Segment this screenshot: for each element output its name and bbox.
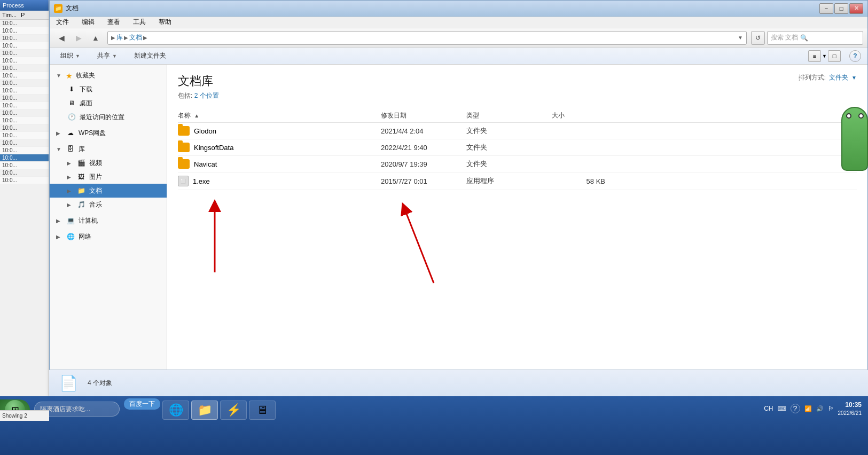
up-button[interactable]: ▲ — [88, 30, 103, 45]
menu-view[interactable]: 查看 — [105, 17, 122, 28]
favorites-expander[interactable]: ▼ — [56, 73, 62, 79]
nav-downloads[interactable]: ⬇ 下载 — [50, 82, 167, 96]
tray-lang[interactable]: CH — [764, 405, 773, 412]
file-row-glodon[interactable]: Glodon 2021/4/4 2:04 文件夹 — [178, 123, 857, 139]
menu-file[interactable]: 文件 — [54, 17, 71, 28]
nav-pictures-label: 图片 — [89, 172, 160, 182]
back-button[interactable]: ◀ — [54, 30, 69, 45]
file-type: 文件夹 — [466, 126, 552, 136]
menu-tools[interactable]: 工具 — [131, 17, 148, 28]
network-icon: 🌐 — [66, 232, 75, 241]
help-button[interactable]: ? — [849, 50, 861, 62]
computer-expander[interactable]: ▶ — [56, 218, 62, 224]
breadcrumb-library[interactable]: 库 — [116, 33, 123, 42]
library-expander[interactable]: ▼ — [56, 146, 62, 152]
process-row: 10:0... — [0, 72, 49, 80]
nav-wps-section: ▶ ☁ WPS网盘 — [50, 126, 167, 140]
view-dropdown-arrow[interactable]: ▼ — [822, 53, 827, 59]
file-row-1exe[interactable]: ⬜ 1.exe 2015/7/27 0:01 应用程序 58 KB — [178, 172, 857, 190]
address-bar[interactable]: ▶ 库 ▶ 文档 ▶ ▼ — [107, 31, 747, 45]
breadcrumb-documents[interactable]: 文档 — [129, 33, 142, 42]
video-expander[interactable]: ▶ — [67, 160, 73, 166]
clock[interactable]: 10:35 2022/6/21 — [838, 401, 862, 417]
music-expander[interactable]: ▶ — [67, 202, 73, 208]
taskbar-app-explorer[interactable]: 📁 — [191, 401, 218, 420]
sort-label: 排列方式: — [799, 73, 826, 82]
nav-music[interactable]: ▶ 🎵 音乐 — [50, 198, 167, 211]
tray-volume-icon[interactable]: 🔊 — [816, 405, 824, 412]
search-bar[interactable]: 搜索 文档 🔍 — [767, 31, 863, 45]
tray-help-icon[interactable]: ? — [791, 404, 800, 413]
tray-network-icon[interactable]: 📶 — [804, 405, 812, 412]
frog-decoration — [841, 107, 868, 171]
process-row: 10:0... — [0, 35, 49, 42]
nav-pictures[interactable]: ▶ 🖼 图片 — [50, 170, 167, 184]
col-name-header[interactable]: 名称 ▲ — [178, 111, 381, 120]
process-panel-title: Process — [0, 0, 49, 11]
organize-button[interactable]: 组织 ▼ — [56, 50, 84, 62]
file-row-navicat[interactable]: Navicat 2020/9/7 19:39 文件夹 — [178, 156, 857, 172]
breadcrumb-separator: ▶ — [124, 35, 128, 41]
nav-library[interactable]: ▼ 🗄 库 — [50, 142, 167, 156]
nav-video[interactable]: ▶ 🎬 视频 — [50, 156, 167, 170]
title-bar-left: 📁 文档 — [54, 4, 79, 13]
pictures-expander[interactable]: ▶ — [67, 174, 73, 180]
address-dropdown[interactable]: ▼ — [738, 35, 743, 41]
computer-icon: 💻 — [66, 216, 75, 225]
nav-desktop[interactable]: 🖥 桌面 — [50, 96, 167, 110]
nav-documents[interactable]: ▶ 📁 文档 — [50, 184, 167, 198]
sort-arrow-icon[interactable]: ▼ — [851, 75, 857, 81]
maximize-button[interactable]: □ — [834, 3, 848, 14]
nav-computer[interactable]: ▶ 💻 计算机 — [50, 214, 167, 228]
nav-network[interactable]: ▶ 🌐 网络 — [50, 230, 167, 244]
wps-expander[interactable]: ▶ — [56, 130, 62, 136]
nav-favorites-section: ▼ ★ 收藏夹 ⬇ 下载 🖥 桌面 🕐 最近访问的位置 — [50, 69, 167, 124]
file-row-kingsoftdata[interactable]: KingsoftData 2022/4/21 9:40 文件夹 — [178, 139, 857, 156]
process-footer: Showing 2 — [0, 410, 49, 421]
nav-wps[interactable]: ▶ ☁ WPS网盘 — [50, 126, 167, 140]
process-row: 10:0... — [0, 50, 49, 57]
taskbar-app-1[interactable]: ⚡ — [220, 401, 247, 420]
share-button[interactable]: 共享 ▼ — [93, 50, 121, 62]
nav-recent[interactable]: 🕐 最近访问的位置 — [50, 110, 167, 124]
new-folder-button[interactable]: 新建文件夹 — [130, 50, 170, 62]
system-tray: CH ⌨ ? 📶 🔊 🏳 10:35 2022/6/21 — [757, 398, 868, 419]
process-row: 10:0... — [0, 177, 49, 184]
tray-flag-icon[interactable]: 🏳 — [828, 405, 834, 412]
menu-bar: 文件 编辑 查看 工具 帮助 — [50, 17, 867, 28]
sort-value[interactable]: 文件夹 — [829, 73, 848, 82]
taskbar-app-2[interactable]: 🖥 — [249, 401, 276, 420]
process-row: 10:0... — [0, 95, 49, 102]
network-expander[interactable]: ▶ — [56, 234, 62, 240]
nav-wps-label: WPS网盘 — [79, 129, 160, 138]
menu-help[interactable]: 帮助 — [157, 17, 174, 28]
process-row: 10:0... — [0, 42, 49, 50]
process-row: 10:0... — [0, 132, 49, 139]
close-button[interactable]: ✕ — [849, 3, 863, 14]
file-area: 文档库 包括: 2 个位置 排列方式: 文件夹 ▼ 名称 ▲ — [167, 65, 867, 396]
baidu-search-button[interactable]: 百度一下 — [124, 398, 160, 410]
col-size-header[interactable]: 大小 — [552, 111, 605, 120]
view-list-button[interactable]: ≡ — [808, 50, 821, 62]
process-row: 10:0... — [0, 109, 49, 117]
refresh-button[interactable]: ↺ — [751, 31, 765, 45]
nav-video-label: 视频 — [89, 159, 160, 168]
documents-expander[interactable]: ▶ — [67, 188, 73, 194]
menu-edit[interactable]: 编辑 — [80, 17, 97, 28]
minimize-button[interactable]: − — [819, 3, 833, 14]
share-arrow: ▼ — [112, 53, 117, 59]
taskbar-app-ie[interactable]: 🌐 — [162, 401, 189, 420]
taskbar-search-input[interactable]: 隔离酒店要求吃... — [40, 405, 114, 414]
status-text: 4 个对象 — [88, 379, 112, 388]
frog-eyes — [842, 108, 867, 119]
library-locations-link[interactable]: 2 个位置 — [194, 92, 219, 99]
nav-computer-section: ▶ 💻 计算机 — [50, 214, 167, 228]
forward-button[interactable]: ▶ — [71, 30, 86, 45]
process-rows: 10:0... 10:0... 10:0... 10:0... 10:0... … — [0, 20, 49, 184]
file-size: 58 KB — [552, 177, 605, 185]
col-type-header[interactable]: 类型 — [466, 111, 552, 120]
view-detail-button[interactable]: □ — [828, 50, 841, 62]
col-date-header[interactable]: 修改日期 — [381, 111, 466, 120]
tray-keyboard-icon[interactable]: ⌨ — [778, 405, 786, 412]
nav-favorites[interactable]: ▼ ★ 收藏夹 — [50, 69, 167, 82]
